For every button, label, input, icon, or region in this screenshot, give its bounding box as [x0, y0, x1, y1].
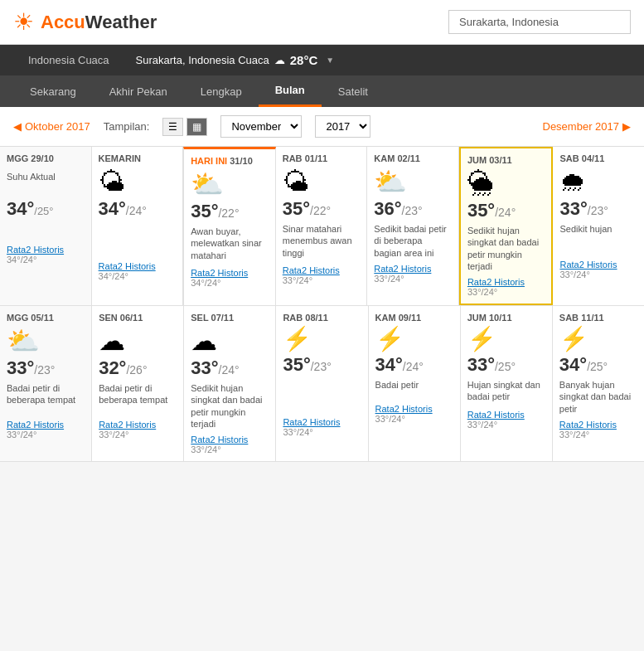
next-month-button[interactable]: Desember 2017 ▶ [543, 120, 632, 133]
temp-main-sab0411: 33° [559, 198, 587, 219]
rata2-link-sab1111[interactable]: Rata2 Historis [559, 420, 637, 430]
day-cell-sab1111: SAB 11/11 ⚡ 34°/25° Banyak hujan singkat… [553, 306, 644, 461]
temp-main-sen0611: 32° [99, 357, 126, 378]
day-header-kam0211: KAM 02/11 [374, 153, 452, 163]
suhu-aktual-label: Suhu Aktual [7, 172, 85, 182]
rata2-link-rab0811[interactable]: Rata2 Historis [283, 417, 361, 427]
day-name-rab0111: RAB [283, 153, 303, 163]
rata2-section-kemarin: Rata2 Historis 34°/24° [99, 261, 177, 281]
day-cell-sab0411: SAB 04/11 🌧 33°/23° Sedikit hujan Rata2 … [553, 147, 644, 305]
rata2-temp-jum0311: 33°/24° [467, 287, 545, 297]
desc-sen0611: Badai petir di beberapa tempat [99, 382, 177, 406]
dropdown-arrow-icon[interactable]: ▼ [326, 56, 334, 65]
day-num-kam0211: 02/11 [397, 153, 420, 163]
search-input[interactable] [448, 10, 631, 34]
day-name-rab0811: RAB [283, 313, 303, 323]
tab-bulan[interactable]: Bulan [259, 75, 322, 107]
temp-low-rab0111: /22° [310, 204, 331, 217]
logo: ☀ AccuWeather [13, 8, 157, 36]
rata2-temp-sel0711: 33°/24° [191, 445, 269, 454]
weather-icon-rab0811: ⚡ [283, 328, 361, 351]
temp-sab0411: 33°/23° [559, 198, 637, 220]
day-name-kemarin: KEMARIN [99, 153, 141, 163]
rata2-link-kemarin[interactable]: Rata2 Historis [99, 261, 177, 271]
view-grid-button[interactable]: ▦ [186, 118, 207, 136]
rata2-historis-link-mgg[interactable]: Rata2 Historis [7, 245, 85, 255]
day-num-jum0311: 03/11 [489, 155, 512, 165]
temp-sen0611: 32°/26° [99, 357, 177, 379]
rata2-temp-rab0811: 33°/24° [283, 427, 361, 437]
rata2-link-kam0911[interactable]: Rata2 Historis [375, 404, 453, 414]
day-name-sab1111: SAB [559, 313, 579, 323]
temp-main-sab1111: 34° [559, 354, 587, 375]
rata2-link-sab0411[interactable]: Rata2 Historis [559, 260, 637, 270]
temp-main-rab0111: 35° [283, 198, 310, 219]
month-select[interactable]: November [220, 115, 302, 138]
day-cell-sel0711: SEL 07/11 ☁ 33°/24° Sedikit hujan singka… [184, 306, 276, 461]
day-header-mgg0511: MGG 05/11 [7, 313, 85, 323]
left-arrow-icon: ◀ [13, 120, 22, 133]
weather-icon-kam0211: ⛅ [374, 168, 452, 195]
prev-month-label: Oktober 2017 [25, 120, 90, 133]
nav-bar: Indonesia Cuaca Surakarta, Indonesia Cua… [0, 45, 644, 75]
rata2-section-sab1111: Rata2 Historis 33°/24° [559, 420, 637, 440]
nav-indonesia[interactable]: Indonesia Cuaca [13, 46, 124, 75]
day-cell-hariini: HARI INI 31/10 ⛅ 35°/22° Awan buyar, mel… [183, 147, 276, 305]
day-num-sab0411: 04/11 [582, 153, 605, 163]
rata2-section-jum1011: Rata2 Historis 33°/24° [467, 410, 545, 430]
rata2-section-sab0411: Rata2 Historis 33°/24° [559, 260, 637, 279]
suhu-temp: 34°/25° [7, 198, 85, 220]
weather-icon-sab1111: ⚡ [559, 328, 637, 351]
view-toggle: ☰ ▦ [162, 118, 207, 136]
rata2-link-mgg0511[interactable]: Rata2 Historis [7, 420, 85, 430]
rata2-link-kam0211[interactable]: Rata2 Historis [374, 264, 452, 274]
rata2-link-jum1011[interactable]: Rata2 Historis [467, 410, 545, 420]
year-select[interactable]: 2017 [315, 115, 370, 138]
rata2-link-rab0111[interactable]: Rata2 Historis [283, 265, 361, 275]
tab-akhir-pekan[interactable]: Akhir Pekan [93, 77, 184, 106]
desc-sab0411: Sedikit hujan [559, 223, 637, 235]
temp-jum0311: 35°/24° [467, 200, 545, 221]
desc-hariini: Awan buyar, melewatkan sinar matahari [191, 226, 269, 261]
day-cell-jum0311: JUM 03/11 🌦 35°/24° Sedikit hujan singka… [459, 147, 554, 305]
rata2-section-mgg0511: Rata2 Historis 33°/24° [7, 420, 85, 440]
rata2-section-jum0311: Rata2 Historis 33°/24° [467, 277, 545, 297]
temp-main-mgg0511: 33° [7, 357, 34, 378]
day-cell-kemarin: KEMARIN 🌤 34°/24° Rata2 Historis 34°/24° [92, 147, 184, 305]
day-name-mgg0511: MGG [7, 313, 28, 323]
temp-low-sel0711: /24° [219, 363, 240, 377]
rata2-link-jum0311[interactable]: Rata2 Historis [467, 277, 545, 287]
tab-sekarang[interactable]: Sekarang [13, 77, 93, 106]
rata2-link-sen0611[interactable]: Rata2 Historis [99, 420, 177, 430]
desc-kam0211: Sedikit badai petir di beberapa bagian a… [374, 223, 452, 259]
next-month-label: Desember 2017 [543, 120, 620, 133]
day-cell-mgg-2910: MGG 29/10 Suhu Aktual 34°/25° Rata2 Hist… [0, 147, 92, 305]
day-cell-sen0611: SEN 06/11 ☁ 32°/26° Badai petir di beber… [92, 306, 184, 461]
rata2-section-sen0611: Rata2 Historis 33°/24° [99, 420, 177, 440]
suhu-label: Suhu Aktual 34°/25° [7, 172, 85, 220]
temp-low-sab0411: /23° [588, 204, 608, 217]
weather-icon-mgg0511: ⛅ [7, 328, 85, 354]
temp-main-kemarin: 34° [99, 198, 126, 219]
temp-kam0911: 34°/24° [375, 354, 453, 376]
day-cell-mgg0511: MGG 05/11 ⛅ 33°/23° Badai petir di beber… [0, 306, 92, 461]
view-list-button[interactable]: ☰ [162, 118, 183, 136]
day-name-jum1011: JUM [467, 313, 487, 323]
tab-satelit[interactable]: Satelit [322, 77, 385, 106]
temp-sel0711: 33°/24° [191, 357, 269, 379]
day-num-kam0911: 09/11 [399, 313, 422, 323]
rata2-link-sel0711[interactable]: Rata2 Historis [191, 435, 269, 445]
temp-rab0811: 35°/23° [283, 354, 361, 376]
weather-icon-sel0711: ☁ [191, 328, 269, 354]
rata2-section-kam0911: Rata2 Historis 33°/24° [375, 404, 453, 424]
right-arrow-icon: ▶ [622, 120, 631, 133]
desc-jum1011: Hujan singkat dan badai petir [467, 379, 545, 403]
temp-low-kam0911: /24° [403, 360, 424, 373]
prev-month-button[interactable]: ◀ Oktober 2017 [13, 120, 90, 133]
rata2-section-kam0211: Rata2 Historis 33°/24° [374, 264, 452, 284]
rata2-link-hariini[interactable]: Rata2 Historis [191, 268, 269, 278]
day-num-rab0111: 01/11 [305, 153, 328, 163]
rata2-temp-kemarin: 34°/24° [99, 271, 177, 281]
tab-lengkap[interactable]: Lengkap [184, 77, 259, 106]
day-num-mgg0511: 05/11 [31, 313, 54, 323]
